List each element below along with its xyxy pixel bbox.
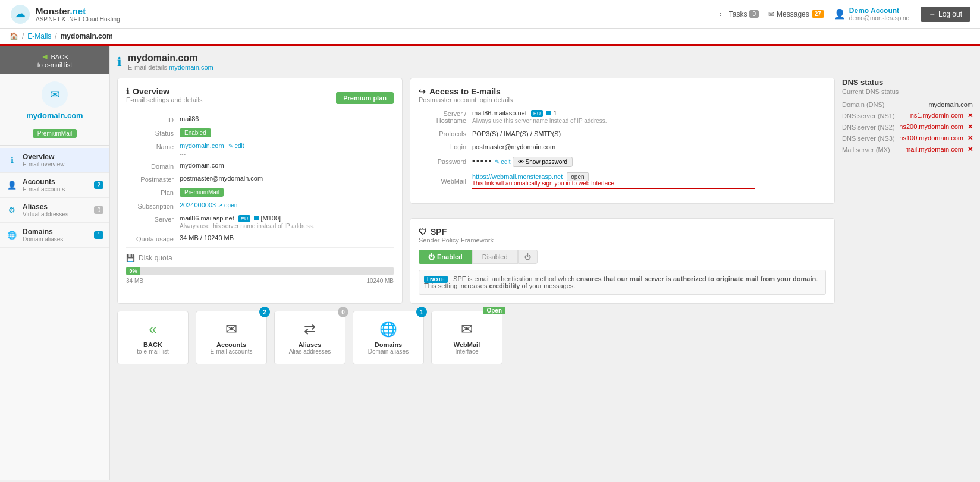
messages-icon: ✉ [768,10,774,18]
header-actions: ≔ Tasks 0 ✉ Messages 27 👤 Demo Account d… [720,7,970,22]
tasks-label: Tasks [729,10,747,18]
access-field-server: Server / Hostname mail86.mailasp.net EU … [419,109,826,124]
overview-card-title-wrap: ℹ Overview E-mail settings and details [126,87,202,109]
access-eu-badge: EU [531,110,544,117]
name-link[interactable]: mydomain.com [180,142,224,149]
sidebar-email-icon: ✉ [42,81,68,108]
access-server-name: mail86.mailasp.net [472,109,527,116]
disk-quota-header: 💾 Disk quota [126,254,394,262]
dns-ns1-value: ns1.mydomin.com ✕ [910,112,973,119]
quick-domains-title: Domains [375,341,402,348]
dns-ns2-value: ns200.mydomain.com ✕ [899,123,973,131]
status-badge: Enabled [180,128,211,137]
password-edit-link[interactable]: ✎ edit [495,159,511,165]
field-quota: Quota usage 34 MB / 10240 MB [126,234,394,242]
access-card: ↪ Access to E-mails Postmaster account l… [410,78,835,204]
sidebar-item-aliases[interactable]: ⚙ Aliases Virtual addresses 0 [0,198,109,223]
quick-access-section: « BACK to e-mail list 2 ✉ Accounts E-mai… [117,311,973,364]
breadcrumb: 🏠 / E-Mails / mydomain.com [0,29,980,46]
field-domain: Domain mydomain.com [126,162,394,170]
messages-label: Messages [777,10,809,18]
webmail-note: This link will automatically sign you in… [472,180,826,189]
page-header-icon: ℹ [117,55,122,69]
webmail-link[interactable]: https://webmail.monsterasp.net [472,173,563,180]
name-edit-link[interactable]: ✎ edit [228,143,244,149]
show-pass-label: Show password [526,159,568,165]
access-field-login: Login postmaster@mydomain.com [419,143,826,150]
field-subscription-label: Subscription [126,201,180,210]
dns-mx-label: Mail server (MX) [842,146,890,153]
spf-enabled-button[interactable]: ⏻ Enabled [419,250,472,264]
user-name: Demo Account [849,7,911,15]
sidebar-item-overview-text: Overview E-mail overview [23,153,65,168]
dns-ns3-value: ns100.mydomain.com ✕ [899,134,973,142]
domains-icon: 🌐 [6,229,18,241]
overview-title-text: Overview [133,87,169,96]
spf-disabled-button[interactable]: Disabled [472,250,518,264]
subscription-link[interactable]: 2024000003 [180,201,216,209]
access-square [546,111,551,115]
sidebar-menu: ℹ Overview E-mail overview 👤 Accounts E-… [0,146,109,250]
access-password-label: Password [419,158,472,165]
sidebar-item-domains-title: Domains [23,228,63,236]
field-server-value: mail86.mailasp.net EU [M100] Always use … [180,215,394,229]
ns1-x-icon: ✕ [968,112,973,119]
sidebar-item-domains[interactable]: 🌐 Domains Domain aliases 1 [0,223,109,248]
quick-card-webmail[interactable]: Open ✉ WebMail Interface [431,311,502,364]
progress-bar-wrap: 0% [126,267,394,275]
logo-text: Monster.net ASP.NET & .NET Cloud Hosting [36,6,120,23]
overview-card-sub: E-mail settings and details [126,96,202,103]
overview-card-header: ℹ Overview E-mail settings and details P… [126,87,394,109]
sidebar-item-overview-title: Overview [23,153,65,161]
field-server: Server mail86.mailasp.net EU [M100] Alwa… [126,215,394,229]
sidebar-back-button[interactable]: ◄ BACK to e-mail list [0,46,109,74]
quick-card-accounts[interactable]: 2 ✉ Accounts E-mail accounts [196,311,267,364]
dns-row-domain: Domain (DNS) mydomain.com [842,101,973,108]
logout-icon: → [929,10,936,18]
messages-action[interactable]: ✉ Messages 27 [768,10,824,18]
quick-card-aliases[interactable]: 0 ⇄ Aliases Alias addresses [274,311,345,364]
sidebar-item-accounts[interactable]: 👤 Accounts E-mail accounts 2 [0,173,109,198]
progress-bar-fill: 0% [126,267,140,275]
tasks-count: 0 [749,10,759,18]
page-sub-link[interactable]: mydomain.com [169,64,213,71]
overview-title-icon: ℹ [126,87,129,96]
page-header: ℹ mydomain.com E-mail details mydomain.c… [117,53,973,71]
overview-card-title: ℹ Overview [126,87,202,96]
sidebar-item-overview[interactable]: ℹ Overview E-mail overview [0,148,109,173]
subscription-open-link[interactable]: ↗ open [218,202,237,209]
quick-webmail-icon: ✉ [461,321,473,338]
spf-power-on-icon: ⏻ [428,253,435,260]
quick-accounts-badge: 2 [259,307,270,317]
tasks-action[interactable]: ≔ Tasks 0 [720,10,759,18]
back-arrow-icon: ◄ [41,52,49,61]
access-webmail-value: https://webmail.monsterasp.net open This… [472,173,826,189]
home-icon[interactable]: 🏠 [10,32,18,40]
quick-accounts-sub: E-mail accounts [210,348,252,355]
quick-card-domains[interactable]: 1 🌐 Domains Domain aliases [353,311,424,364]
spf-title-text: SPF [431,227,447,237]
spf-power-button[interactable]: ⏻ [518,250,538,264]
red-underline [472,188,755,189]
field-domain-value: mydomain.com [180,162,394,169]
user-icon: 👤 [834,8,846,20]
premium-plan-button[interactable]: Premium plan [336,92,394,104]
brand-tagline: ASP.NET & .NET Cloud Hosting [36,16,120,23]
sidebar-item-overview-sub: E-mail overview [23,161,65,168]
logo: ☁ Monster.net ASP.NET & .NET Cloud Hosti… [10,4,120,25]
eye-icon: 👁 [518,159,524,165]
sidebar-item-accounts-title: Accounts [23,178,65,186]
quick-card-back[interactable]: « BACK to e-mail list [117,311,189,364]
field-quota-value: 34 MB / 10240 MB [180,234,394,241]
breadcrumb-emails[interactable]: E-Mails [27,32,51,40]
dns-sub: Current DNS status [842,88,973,95]
access-field-protocols: Protocols POP3(S) / IMAP(S) / SMTP(S) [419,130,826,137]
sidebar: ◄ BACK to e-mail list ✉ mydomain.com ---… [0,46,110,480]
show-password-button[interactable]: 👁 Show password [513,157,573,167]
quick-back-icon: « [149,321,156,338]
sidebar-item-aliases-sub: Virtual addresses [23,211,68,218]
logout-button[interactable]: → Log out [921,7,970,22]
access-server-note: Always use this server name instead of I… [472,118,826,124]
aliases-icon: ⚙ [6,204,18,216]
aliases-badge: 0 [94,206,103,214]
